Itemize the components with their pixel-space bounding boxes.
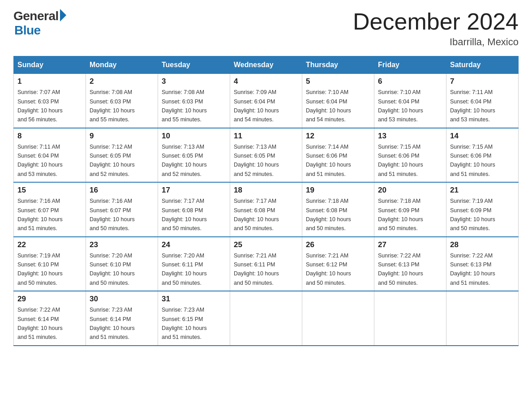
column-header-sunday: Sunday: [14, 56, 86, 74]
day-number: 22: [17, 240, 82, 249]
calendar-cell: 4 Sunrise: 7:09 AMSunset: 6:04 PMDayligh…: [230, 74, 302, 128]
column-header-monday: Monday: [86, 56, 158, 74]
day-number: 5: [306, 77, 370, 86]
column-header-tuesday: Tuesday: [158, 56, 230, 74]
day-detail: Sunrise: 7:18 AMSunset: 6:08 PMDaylight:…: [306, 198, 351, 231]
calendar-cell: 10 Sunrise: 7:13 AMSunset: 6:05 PMDaylig…: [158, 128, 230, 183]
calendar-cell: 14 Sunrise: 7:15 AMSunset: 6:06 PMDaylig…: [446, 128, 519, 183]
day-number: 13: [378, 132, 442, 141]
day-number: 3: [162, 77, 226, 86]
day-detail: Sunrise: 7:10 AMSunset: 6:04 PMDaylight:…: [306, 89, 351, 123]
day-detail: Sunrise: 7:22 AMSunset: 6:13 PMDaylight:…: [450, 253, 495, 286]
calendar-cell: 15 Sunrise: 7:16 AMSunset: 6:07 PMDaylig…: [14, 182, 86, 237]
column-header-thursday: Thursday: [302, 56, 374, 74]
day-number: 26: [306, 240, 370, 249]
day-detail: Sunrise: 7:19 AMSunset: 6:09 PMDaylight:…: [450, 198, 495, 231]
day-detail: Sunrise: 7:21 AMSunset: 6:12 PMDaylight:…: [306, 253, 351, 286]
day-number: 29: [17, 295, 82, 304]
calendar-cell: 8 Sunrise: 7:11 AMSunset: 6:04 PMDayligh…: [14, 128, 86, 183]
column-header-friday: Friday: [374, 56, 446, 74]
day-detail: Sunrise: 7:08 AMSunset: 6:03 PMDaylight:…: [90, 89, 135, 123]
day-number: 15: [17, 186, 82, 195]
calendar-cell: 20 Sunrise: 7:18 AMSunset: 6:09 PMDaylig…: [374, 182, 446, 237]
day-detail: Sunrise: 7:10 AMSunset: 6:04 PMDaylight:…: [378, 89, 423, 123]
calendar-cell: 9 Sunrise: 7:12 AMSunset: 6:05 PMDayligh…: [86, 128, 158, 183]
day-detail: Sunrise: 7:16 AMSunset: 6:07 PMDaylight:…: [17, 198, 63, 231]
calendar-cell: 25 Sunrise: 7:21 AMSunset: 6:11 PMDaylig…: [230, 237, 302, 291]
calendar-cell: 26 Sunrise: 7:21 AMSunset: 6:12 PMDaylig…: [302, 237, 374, 291]
page-header: General Blue December 2024 Ibarrilla, Me…: [13, 9, 519, 48]
calendar-cell: 1 Sunrise: 7:07 AMSunset: 6:03 PMDayligh…: [14, 74, 86, 128]
calendar-cell: [446, 291, 519, 346]
calendar-cell: 6 Sunrise: 7:10 AMSunset: 6:04 PMDayligh…: [374, 74, 446, 128]
day-detail: Sunrise: 7:15 AMSunset: 6:06 PMDaylight:…: [378, 144, 423, 177]
day-detail: Sunrise: 7:13 AMSunset: 6:05 PMDaylight:…: [162, 144, 207, 177]
calendar-cell: 23 Sunrise: 7:20 AMSunset: 6:10 PMDaylig…: [86, 237, 158, 291]
day-detail: Sunrise: 7:17 AMSunset: 6:08 PMDaylight:…: [234, 198, 279, 231]
day-number: 12: [306, 132, 370, 141]
day-detail: Sunrise: 7:11 AMSunset: 6:04 PMDaylight:…: [450, 89, 495, 123]
day-detail: Sunrise: 7:13 AMSunset: 6:05 PMDaylight:…: [234, 144, 279, 177]
calendar-cell: 28 Sunrise: 7:22 AMSunset: 6:13 PMDaylig…: [446, 237, 519, 291]
day-number: 21: [450, 186, 515, 195]
calendar-cell: 2 Sunrise: 7:08 AMSunset: 6:03 PMDayligh…: [86, 74, 158, 128]
day-number: 19: [306, 186, 370, 195]
day-detail: Sunrise: 7:15 AMSunset: 6:06 PMDaylight:…: [450, 144, 495, 177]
calendar-cell: 11 Sunrise: 7:13 AMSunset: 6:05 PMDaylig…: [230, 128, 302, 183]
calendar-title: December 2024: [353, 9, 519, 34]
day-number: 31: [162, 295, 226, 304]
calendar-cell: 29 Sunrise: 7:22 AMSunset: 6:14 PMDaylig…: [14, 291, 86, 346]
day-detail: Sunrise: 7:19 AMSunset: 6:10 PMDaylight:…: [17, 253, 63, 286]
calendar-cell: [302, 291, 374, 346]
day-number: 7: [450, 77, 515, 86]
day-detail: Sunrise: 7:18 AMSunset: 6:09 PMDaylight:…: [378, 198, 423, 231]
day-number: 17: [162, 186, 226, 195]
day-number: 28: [450, 240, 515, 249]
logo-general-text: General: [13, 9, 59, 23]
day-detail: Sunrise: 7:07 AMSunset: 6:03 PMDaylight:…: [17, 89, 63, 123]
day-detail: Sunrise: 7:17 AMSunset: 6:08 PMDaylight:…: [162, 198, 207, 231]
calendar-cell: 21 Sunrise: 7:19 AMSunset: 6:09 PMDaylig…: [446, 182, 519, 237]
day-number: 6: [378, 77, 442, 86]
day-number: 25: [234, 240, 298, 249]
day-detail: Sunrise: 7:23 AMSunset: 6:14 PMDaylight:…: [90, 307, 135, 340]
day-number: 8: [17, 132, 82, 141]
calendar-cell: 16 Sunrise: 7:16 AMSunset: 6:07 PMDaylig…: [86, 182, 158, 237]
day-detail: Sunrise: 7:22 AMSunset: 6:13 PMDaylight:…: [378, 253, 423, 286]
day-detail: Sunrise: 7:20 AMSunset: 6:11 PMDaylight:…: [162, 253, 207, 286]
column-header-saturday: Saturday: [446, 56, 519, 74]
day-detail: Sunrise: 7:20 AMSunset: 6:10 PMDaylight:…: [90, 253, 135, 286]
logo-blue-text: Blue: [14, 23, 41, 38]
column-header-wednesday: Wednesday: [230, 56, 302, 74]
day-number: 27: [378, 240, 442, 249]
day-number: 4: [234, 77, 298, 86]
day-number: 16: [90, 186, 154, 195]
day-detail: Sunrise: 7:09 AMSunset: 6:04 PMDaylight:…: [234, 89, 279, 123]
calendar-table: SundayMondayTuesdayWednesdayThursdayFrid…: [13, 56, 519, 346]
calendar-cell: 12 Sunrise: 7:14 AMSunset: 6:06 PMDaylig…: [302, 128, 374, 183]
calendar-cell: 27 Sunrise: 7:22 AMSunset: 6:13 PMDaylig…: [374, 237, 446, 291]
day-number: 20: [378, 186, 442, 195]
calendar-cell: 22 Sunrise: 7:19 AMSunset: 6:10 PMDaylig…: [14, 237, 86, 291]
calendar-week-row: 8 Sunrise: 7:11 AMSunset: 6:04 PMDayligh…: [14, 128, 519, 183]
calendar-week-row: 22 Sunrise: 7:19 AMSunset: 6:10 PMDaylig…: [14, 237, 519, 291]
logo: General Blue: [13, 9, 66, 38]
day-detail: Sunrise: 7:14 AMSunset: 6:06 PMDaylight:…: [306, 144, 351, 177]
day-number: 30: [90, 295, 154, 304]
calendar-week-row: 15 Sunrise: 7:16 AMSunset: 6:07 PMDaylig…: [14, 182, 519, 237]
calendar-cell: 19 Sunrise: 7:18 AMSunset: 6:08 PMDaylig…: [302, 182, 374, 237]
calendar-cell: 17 Sunrise: 7:17 AMSunset: 6:08 PMDaylig…: [158, 182, 230, 237]
calendar-week-row: 29 Sunrise: 7:22 AMSunset: 6:14 PMDaylig…: [14, 291, 519, 346]
day-detail: Sunrise: 7:12 AMSunset: 6:05 PMDaylight:…: [90, 144, 135, 177]
calendar-cell: 30 Sunrise: 7:23 AMSunset: 6:14 PMDaylig…: [86, 291, 158, 346]
calendar-cell: 5 Sunrise: 7:10 AMSunset: 6:04 PMDayligh…: [302, 74, 374, 128]
day-number: 14: [450, 132, 515, 141]
day-detail: Sunrise: 7:11 AMSunset: 6:04 PMDaylight:…: [17, 144, 63, 177]
day-detail: Sunrise: 7:23 AMSunset: 6:15 PMDaylight:…: [162, 307, 207, 340]
day-detail: Sunrise: 7:21 AMSunset: 6:11 PMDaylight:…: [234, 253, 279, 286]
calendar-subtitle: Ibarrilla, Mexico: [353, 36, 519, 48]
day-detail: Sunrise: 7:16 AMSunset: 6:07 PMDaylight:…: [90, 198, 135, 231]
day-number: 24: [162, 240, 226, 249]
calendar-cell: 31 Sunrise: 7:23 AMSunset: 6:15 PMDaylig…: [158, 291, 230, 346]
day-detail: Sunrise: 7:08 AMSunset: 6:03 PMDaylight:…: [162, 89, 207, 123]
